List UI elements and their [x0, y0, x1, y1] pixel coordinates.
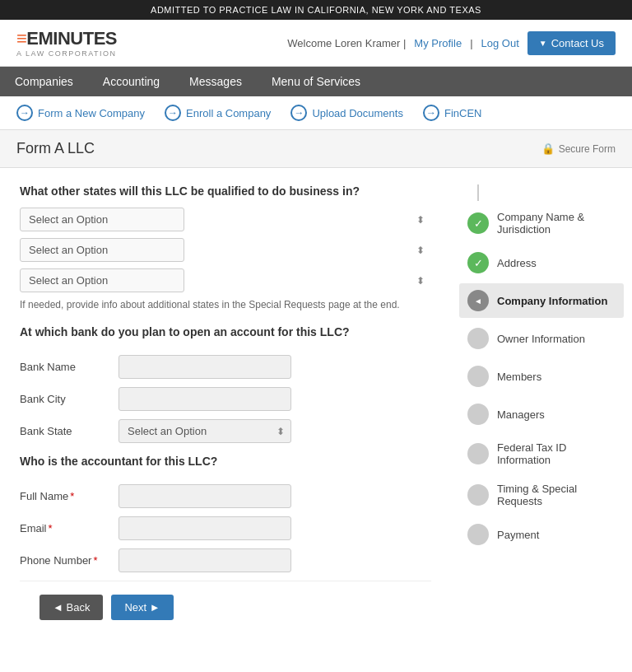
step-label-federal-tax: Federal Tax ID Information	[497, 441, 616, 466]
phone-row: Phone Number*	[20, 548, 431, 572]
step-label-members: Members	[497, 371, 541, 383]
full-name-row: Full Name*	[20, 484, 431, 508]
step-label-company-info: Company Information	[497, 295, 607, 307]
step-circle-managers	[467, 404, 489, 425]
step-label-owner-info: Owner Information	[497, 333, 585, 345]
header-right: Welcome Loren Kramer | My Profile | Log …	[287, 31, 616, 55]
step-circle-company-info: ◄	[467, 290, 489, 311]
step-company-info: ◄ Company Information	[459, 283, 624, 318]
upload-documents-icon: →	[290, 105, 307, 121]
bank-state-row: Bank State Select an Option	[20, 419, 431, 443]
lock-icon: 🔒	[541, 142, 555, 155]
bank-name-input[interactable]	[118, 355, 291, 379]
steps-sidebar: ✓ Company Name & Jurisdiction ✓ Address …	[451, 168, 632, 633]
email-input[interactable]	[118, 516, 291, 540]
upload-documents-link[interactable]: → Upload Documents	[290, 105, 403, 121]
email-label: Email*	[20, 522, 118, 534]
back-button[interactable]: ◄ Back	[40, 595, 103, 620]
main-content: What other states will this LLC be quali…	[0, 168, 632, 633]
full-name-label: Full Name*	[20, 490, 118, 502]
phone-label: Phone Number*	[20, 554, 118, 567]
helper-text: If needed, provide info about additional…	[20, 299, 431, 310]
form-area: What other states will this LLC be quali…	[0, 168, 451, 633]
state-select-wrapper-1: Select an Option	[20, 208, 431, 231]
logo: ≡EMINUTES A LAW CORPORATION	[16, 28, 117, 58]
enroll-company-icon: →	[165, 105, 181, 121]
logo-text: ≡EMINUTES	[16, 28, 117, 49]
step-circle-payment	[467, 524, 489, 545]
fincen-link[interactable]: → FinCEN	[423, 105, 482, 121]
step-label-company-name: Company Name & Jurisdiction	[497, 211, 616, 236]
next-button[interactable]: Next ►	[111, 595, 173, 620]
bank-question: At which bank do you plan to open an acc…	[20, 325, 431, 338]
state-select-wrapper-2: Select an Option	[20, 238, 431, 262]
state-select-3[interactable]: Select an Option	[20, 268, 184, 292]
secure-form-label: 🔒 Secure Form	[541, 142, 616, 155]
main-nav: Companies Accounting Messages Menu of Se…	[0, 67, 632, 96]
step-circle-timing	[467, 484, 489, 506]
bank-state-label: Bank State	[20, 425, 118, 437]
step-label-timing: Timing & Special Requests	[497, 483, 616, 507]
log-out-link[interactable]: Log Out	[481, 37, 519, 49]
nav-item-companies[interactable]: Companies	[0, 67, 88, 96]
bank-state-select[interactable]: Select an Option	[118, 419, 291, 443]
page-title-bar: Form A LLC 🔒 Secure Form	[0, 130, 632, 168]
bank-city-label: Bank City	[20, 393, 118, 405]
form-new-company-icon: →	[16, 105, 33, 121]
nav-buttons: ◄ Back Next ►	[20, 581, 431, 633]
step-address: ✓ Address	[459, 245, 624, 280]
accountant-question: Who is the accountant for this LLC?	[20, 455, 431, 468]
form-new-company-link[interactable]: → Form a New Company	[16, 105, 145, 121]
email-row: Email*	[20, 516, 431, 540]
bank-name-label: Bank Name	[20, 361, 118, 373]
bank-city-row: Bank City	[20, 387, 431, 411]
full-name-input[interactable]	[118, 484, 291, 508]
step-circle-address: ✓	[467, 252, 489, 273]
bank-city-input[interactable]	[118, 387, 291, 411]
bank-name-row: Bank Name	[20, 355, 431, 379]
nav-item-menu-of-services[interactable]: Menu of Services	[257, 67, 375, 96]
bank-state-wrapper: Select an Option	[118, 419, 291, 443]
sub-nav: → Form a New Company → Enroll a Company …	[0, 96, 632, 130]
header: ≡EMINUTES A LAW CORPORATION Welcome Lore…	[0, 20, 632, 67]
step-owner-info: Owner Information	[459, 321, 624, 356]
step-managers: Managers	[459, 397, 624, 432]
state-select-wrapper-3: Select an Option	[20, 268, 431, 292]
sidebar-line-top	[477, 184, 479, 201]
states-question: What other states will this LLC be quali…	[20, 184, 431, 198]
step-members: Members	[459, 359, 624, 394]
step-payment: Payment	[459, 517, 624, 552]
fincen-icon: →	[423, 105, 439, 121]
welcome-text: Welcome Loren Kramer |	[287, 37, 406, 49]
phone-input[interactable]	[118, 548, 291, 572]
nav-item-accounting[interactable]: Accounting	[88, 67, 174, 96]
step-label-managers: Managers	[497, 408, 545, 421]
step-federal-tax: Federal Tax ID Information	[459, 435, 624, 473]
step-circle-company-name: ✓	[467, 212, 489, 234]
nav-item-messages[interactable]: Messages	[174, 67, 257, 96]
step-circle-owner-info	[467, 328, 489, 349]
state-select-1[interactable]: Select an Option	[20, 208, 184, 231]
step-circle-members	[467, 366, 489, 387]
step-company-name: ✓ Company Name & Jurisdiction	[459, 204, 624, 242]
state-select-2[interactable]: Select an Option	[20, 238, 184, 262]
step-label-address: Address	[497, 257, 537, 269]
my-profile-link[interactable]: My Profile	[414, 37, 462, 49]
contact-us-button[interactable]: Contact Us	[527, 31, 616, 55]
logo-subtitle: A LAW CORPORATION	[16, 49, 117, 58]
step-label-payment: Payment	[497, 529, 539, 541]
step-circle-federal-tax	[467, 443, 489, 464]
step-timing: Timing & Special Requests	[459, 476, 624, 514]
page-title: Form A LLC	[16, 140, 95, 157]
enroll-company-link[interactable]: → Enroll a Company	[165, 105, 271, 121]
top-banner: ADMITTED TO PRACTICE LAW IN CALIFORNIA, …	[0, 0, 632, 20]
